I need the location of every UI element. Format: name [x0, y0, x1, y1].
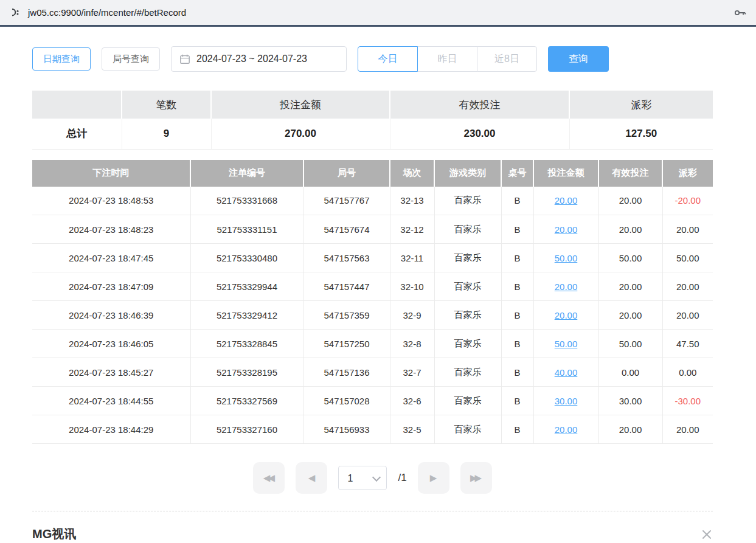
table-row: 2024-07-23 18:48:23521753331151547157674…	[32, 215, 713, 244]
cell-game-type: 百家乐	[434, 272, 501, 301]
last-page-button[interactable]: ▶▶	[460, 462, 492, 494]
dashed-divider	[32, 511, 713, 511]
cell-valid-bet: 20.00	[598, 215, 662, 244]
table-row: 2024-07-23 18:47:09521753329944547157447…	[32, 272, 713, 301]
cell-session: 32-13	[390, 187, 434, 215]
main-content: 日期查询 局号查询 2024-07-23 ~ 2024-07-23 今日 昨日 …	[0, 46, 756, 542]
cell-game-type: 百家乐	[434, 358, 501, 387]
url-text[interactable]: jw05.cc:9900/infe/mcenter/#/betRecord	[28, 7, 186, 18]
cell-payout: 20.00	[662, 415, 713, 444]
cell-table-number: B	[501, 330, 533, 358]
bet-amount-link[interactable]: 50.00	[555, 339, 578, 349]
bet-amount-link[interactable]: 20.00	[555, 424, 578, 435]
table-row: 2024-07-23 18:44:55521753327569547157028…	[32, 387, 713, 415]
cell-round-number: 547157563	[303, 244, 390, 272]
cell-bet-time: 2024-07-23 18:48:23	[32, 215, 190, 244]
summary-header-blank	[32, 91, 122, 119]
cell-bet-time: 2024-07-23 18:44:29	[32, 415, 190, 444]
summary-total-label: 总计	[32, 119, 122, 149]
search-button[interactable]: 查询	[548, 46, 609, 72]
cell-round-number: 547157767	[303, 187, 390, 215]
cell-bet-number: 521753327160	[190, 415, 303, 444]
cell-valid-bet: 0.00	[598, 358, 662, 387]
cell-payout: 47.50	[662, 330, 713, 358]
cell-bet-number: 521753331151	[190, 215, 303, 244]
bet-amount-link[interactable]: 40.00	[555, 367, 578, 378]
cell-bet-number: 521753328195	[190, 358, 303, 387]
mg-section-title: MG视讯	[32, 526, 76, 542]
bet-record-table: 下注时间 注单编号 局号 场次 游戏类别 桌号 投注金额 有效投注 派彩 202…	[32, 160, 713, 444]
date-query-button[interactable]: 日期查询	[32, 47, 91, 71]
bet-amount-link[interactable]: 20.00	[555, 282, 578, 292]
cell-round-number: 547157674	[303, 215, 390, 244]
summary-count-value: 9	[122, 119, 211, 149]
cell-payout: -30.00	[662, 387, 713, 415]
cell-bet-amount: 20.00	[533, 215, 598, 244]
cell-bet-amount: 20.00	[533, 301, 598, 330]
bet-amount-link[interactable]: 20.00	[555, 224, 578, 235]
summary-header-count: 笔数	[122, 91, 211, 119]
bet-amount-link[interactable]: 30.00	[555, 396, 578, 406]
cell-table-number: B	[501, 387, 533, 415]
header-session: 场次	[390, 160, 434, 187]
bet-amount-link[interactable]: 50.00	[555, 253, 578, 263]
summary-valid-bet-value: 230.00	[390, 119, 569, 149]
cell-bet-number: 521753329412	[190, 301, 303, 330]
filter-last-8-days[interactable]: 近8日	[477, 46, 537, 72]
page-select[interactable]: 1	[338, 466, 387, 490]
bet-table-body: 2024-07-23 18:48:53521753331668547157767…	[32, 187, 713, 444]
cell-payout: 20.00	[662, 272, 713, 301]
quick-filter-group: 今日 昨日 近8日	[358, 46, 537, 72]
bet-amount-link[interactable]: 20.00	[555, 195, 578, 206]
cell-round-number: 547156933	[303, 415, 390, 444]
cell-session: 32-9	[390, 301, 434, 330]
cell-bet-amount: 20.00	[533, 272, 598, 301]
cell-bet-number: 521753328845	[190, 330, 303, 358]
cell-game-type: 百家乐	[434, 215, 501, 244]
cell-bet-time: 2024-07-23 18:45:27	[32, 358, 190, 387]
bet-table-header-row: 下注时间 注单编号 局号 场次 游戏类别 桌号 投注金额 有效投注 派彩	[32, 160, 713, 187]
header-round-number: 局号	[303, 160, 390, 187]
header-valid-bet: 有效投注	[598, 160, 662, 187]
first-page-button[interactable]: ◀◀	[253, 462, 285, 494]
cell-game-type: 百家乐	[434, 301, 501, 330]
cell-session: 32-7	[390, 358, 434, 387]
cell-bet-number: 521753331668	[190, 187, 303, 215]
cell-payout: 20.00	[662, 215, 713, 244]
cell-bet-amount: 50.00	[533, 244, 598, 272]
cell-bet-amount: 20.00	[533, 415, 598, 444]
summary-table: 笔数 投注金额 有效投注 派彩 总计 9 270.00 230.00 127.5…	[32, 91, 713, 150]
cell-bet-amount: 20.00	[533, 187, 598, 215]
header-payout: 派彩	[662, 160, 713, 187]
cell-bet-amount: 40.00	[533, 358, 598, 387]
round-query-button[interactable]: 局号查询	[102, 47, 160, 71]
filter-toolbar: 日期查询 局号查询 2024-07-23 ~ 2024-07-23 今日 昨日 …	[32, 46, 713, 72]
cell-game-type: 百家乐	[434, 244, 501, 272]
cell-payout: -20.00	[662, 187, 713, 215]
filter-today[interactable]: 今日	[358, 46, 418, 72]
calendar-icon	[179, 54, 190, 64]
cell-payout: 0.00	[662, 358, 713, 387]
table-row: 2024-07-23 18:47:45521753330480547157563…	[32, 244, 713, 272]
site-icon	[9, 7, 21, 19]
date-range-input[interactable]: 2024-07-23 ~ 2024-07-23	[171, 46, 347, 72]
collapse-icon[interactable]	[701, 528, 713, 541]
page-select-wrap: 1	[338, 466, 387, 490]
summary-header-payout: 派彩	[569, 91, 713, 119]
next-page-button[interactable]: ▶	[418, 462, 449, 494]
summary-header-row: 笔数 投注金额 有效投注 派彩	[32, 91, 713, 119]
table-row: 2024-07-23 18:46:05521753328845547157250…	[32, 330, 713, 358]
prev-page-button[interactable]: ◀	[296, 462, 327, 494]
cell-game-type: 百家乐	[434, 330, 501, 358]
mg-section-header: MG视讯	[32, 526, 713, 542]
bet-amount-link[interactable]: 20.00	[555, 310, 578, 320]
cell-bet-amount: 30.00	[533, 387, 598, 415]
cell-valid-bet: 30.00	[598, 387, 662, 415]
key-icon[interactable]	[733, 5, 747, 20]
cell-table-number: B	[501, 301, 533, 330]
cell-valid-bet: 20.00	[598, 415, 662, 444]
header-bet-number: 注单编号	[190, 160, 303, 187]
cell-valid-bet: 50.00	[598, 244, 662, 272]
filter-yesterday[interactable]: 昨日	[417, 46, 477, 72]
cell-table-number: B	[501, 244, 533, 272]
